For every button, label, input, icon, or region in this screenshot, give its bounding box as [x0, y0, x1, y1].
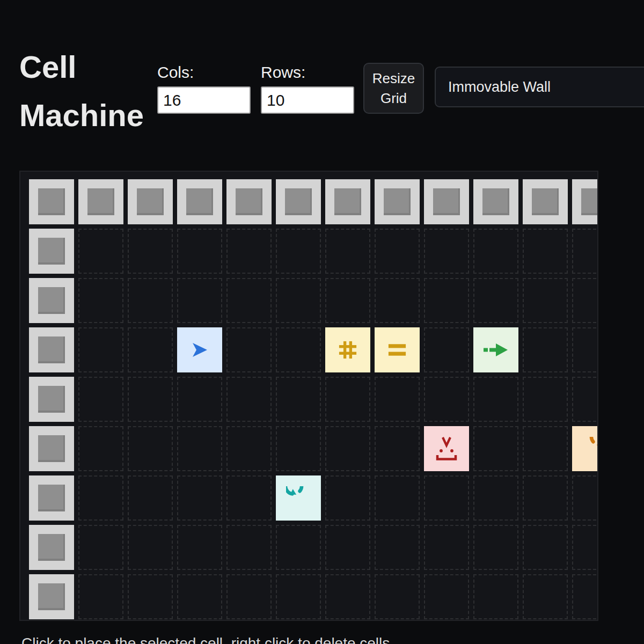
grid-cell-empty[interactable] [78, 525, 123, 570]
grid-cell-empty[interactable] [375, 426, 420, 471]
grid-cell-empty[interactable] [523, 278, 568, 323]
grid-cell-empty[interactable] [523, 475, 568, 521]
grid-cell-empty[interactable] [375, 475, 420, 521]
grid-cell-empty[interactable] [523, 229, 568, 274]
grid-cell-empty[interactable] [128, 525, 173, 570]
resize-grid-button[interactable]: Resize Grid [363, 63, 424, 114]
grid-cell-empty[interactable] [375, 278, 420, 323]
grid-cell-empty[interactable] [78, 475, 123, 521]
grid-cell-empty[interactable] [375, 525, 420, 570]
grid-cell-empty[interactable] [325, 525, 370, 570]
grid-cell-wall[interactable] [29, 327, 74, 372]
grid-cell-empty[interactable] [375, 574, 420, 619]
grid-cell-empty[interactable] [325, 377, 370, 422]
grid-cell-empty[interactable] [325, 475, 370, 521]
grid-cell-mover-right[interactable] [177, 327, 222, 372]
grid-cell-empty[interactable] [128, 574, 173, 619]
grid-cell-empty[interactable] [523, 377, 568, 422]
grid-cell-empty[interactable] [523, 327, 568, 372]
grid-cell-empty[interactable] [424, 377, 469, 422]
grid-cell-empty[interactable] [276, 229, 321, 274]
cols-input[interactable] [157, 86, 251, 114]
grid-cell-empty[interactable] [226, 574, 272, 619]
cell-type-select[interactable]: Immovable Wall [435, 67, 644, 107]
grid-cell-empty[interactable] [226, 377, 272, 422]
grid-cell-wall[interactable] [29, 278, 74, 323]
grid-cell-empty[interactable] [276, 574, 321, 619]
grid-cell-empty[interactable] [276, 426, 321, 471]
grid-cell-wall[interactable] [473, 179, 518, 224]
grid-cell-rotate-ccw[interactable] [276, 475, 321, 521]
grid-cell-empty[interactable] [325, 229, 370, 274]
grid-cell-empty[interactable] [128, 229, 173, 274]
grid-cell-generator-right[interactable] [473, 327, 518, 372]
grid-cell-empty[interactable] [226, 475, 272, 521]
grid-cell-empty[interactable] [78, 574, 123, 619]
grid-cell-empty[interactable] [177, 278, 222, 323]
grid-cell-empty[interactable] [375, 377, 420, 422]
grid-cell-wall[interactable] [325, 179, 370, 224]
grid-cell-empty[interactable] [276, 525, 321, 570]
grid-cell-empty[interactable] [572, 278, 598, 323]
grid-cell-empty[interactable] [572, 377, 598, 422]
grid-cell-empty[interactable] [572, 327, 598, 372]
grid-cell-empty[interactable] [572, 229, 598, 274]
grid-cell-empty[interactable] [424, 327, 469, 372]
grid-cell-empty[interactable] [177, 525, 222, 570]
rows-input[interactable] [261, 86, 354, 114]
grid-cell-empty[interactable] [177, 574, 222, 619]
grid-cell-empty[interactable] [572, 574, 598, 619]
grid-cell-empty[interactable] [128, 278, 173, 323]
grid-cell-empty[interactable] [473, 278, 518, 323]
grid-cell-empty[interactable] [226, 278, 272, 323]
grid-cell-empty[interactable] [177, 229, 222, 274]
grid-cell-empty[interactable] [424, 574, 469, 619]
grid-cell-empty[interactable] [276, 327, 321, 372]
grid-cell-empty[interactable] [226, 229, 272, 274]
grid-cell-empty[interactable] [523, 426, 568, 471]
grid-cell-empty[interactable] [78, 377, 123, 422]
grid-cell-empty[interactable] [473, 377, 518, 422]
grid-cell-rotate-cw[interactable] [572, 426, 598, 471]
grid-cell-empty[interactable] [424, 278, 469, 323]
grid-cell-empty[interactable] [572, 475, 598, 521]
grid-cell-wall[interactable] [29, 525, 74, 570]
grid-cell-wall[interactable] [78, 179, 123, 224]
grid-cell-empty[interactable] [226, 327, 272, 372]
grid-cell-empty[interactable] [78, 229, 123, 274]
grid-cell-empty[interactable] [572, 525, 598, 570]
grid-cell-empty[interactable] [523, 525, 568, 570]
grid-cell-wall[interactable] [29, 475, 74, 521]
grid-cell-wall[interactable] [29, 229, 74, 274]
grid-cell-wall[interactable] [276, 179, 321, 224]
grid-cell-empty[interactable] [473, 426, 518, 471]
grid-cell-empty[interactable] [276, 377, 321, 422]
grid-cell-empty[interactable] [177, 475, 222, 521]
grid-cell-empty[interactable] [325, 426, 370, 471]
grid-cell-wall[interactable] [29, 377, 74, 422]
grid-cell-wall[interactable] [29, 179, 74, 224]
grid-cell-empty[interactable] [177, 426, 222, 471]
grid-cell-empty[interactable] [78, 278, 123, 323]
grid-cell-empty[interactable] [473, 475, 518, 521]
grid-cell-enemy[interactable] [424, 426, 469, 471]
grid-cell-empty[interactable] [128, 327, 173, 372]
grid-cell-empty[interactable] [325, 278, 370, 323]
grid-cell-empty[interactable] [424, 525, 469, 570]
grid-cell-empty[interactable] [78, 426, 123, 471]
grid-cell-empty[interactable] [276, 278, 321, 323]
grid-cell-empty[interactable] [473, 229, 518, 274]
grid-cell-empty[interactable] [226, 525, 272, 570]
grid-cell-wall[interactable] [375, 179, 420, 224]
grid-cell-empty[interactable] [128, 475, 173, 521]
grid-cell-empty[interactable] [325, 574, 370, 619]
grid-cell-empty[interactable] [424, 475, 469, 521]
grid-cell-wall[interactable] [226, 179, 272, 224]
grid-cell-wall[interactable] [128, 179, 173, 224]
grid-cell-wall[interactable] [523, 179, 568, 224]
grid-cell-empty[interactable] [177, 377, 222, 422]
grid-cell-empty[interactable] [424, 229, 469, 274]
grid-cell-wall[interactable] [29, 574, 74, 619]
grid-cell-wall[interactable] [424, 179, 469, 224]
grid-cell-empty[interactable] [226, 426, 272, 471]
